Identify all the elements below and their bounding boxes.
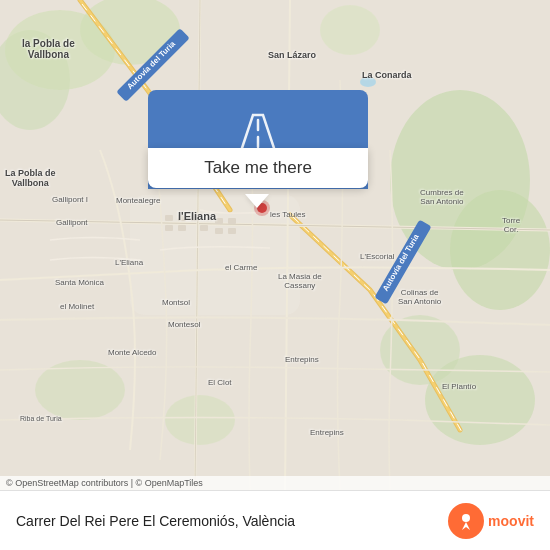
svg-rect-23 — [215, 218, 223, 224]
label-san-lazaro: San Lázaro — [268, 50, 316, 60]
label-el-carme: el Carme — [225, 263, 257, 272]
map-attribution: © OpenStreetMap contributors | © OpenMap… — [0, 476, 550, 490]
label-entrepins2: Entrepins — [310, 428, 344, 437]
take-me-there-button[interactable]: Take me there — [204, 158, 312, 178]
map-container: Autovía del Turia Autovía del Turia la P… — [0, 0, 550, 490]
road-network: Autovía del Turia Autovía del Turia — [0, 0, 550, 490]
label-la-masia: La Masia deCassany — [278, 272, 322, 290]
svg-rect-24 — [228, 218, 236, 224]
label-el-molinet: el Molinet — [60, 302, 94, 311]
svg-point-31 — [462, 514, 470, 522]
label-montesol: Montesol — [168, 320, 200, 329]
tooltip-pointer — [245, 194, 269, 208]
svg-rect-25 — [215, 228, 223, 234]
label-leliana: l'Eliana — [178, 210, 216, 222]
svg-rect-22 — [200, 225, 208, 231]
svg-rect-17 — [165, 215, 173, 221]
label-torre: TorreCor. — [502, 216, 520, 234]
label-montsol: Montsol — [162, 298, 190, 307]
bottom-bar: Carrer Del Rei Pere El Ceremoniós, Valèn… — [0, 490, 550, 550]
moovit-logo: moovit — [448, 503, 534, 539]
label-la-pobla-vallbona: la Pobla deVallbona — [22, 38, 75, 60]
label-gallipont: Gallipont — [56, 218, 88, 227]
label-santa-monica: Santa Mónica — [55, 278, 104, 287]
moovit-icon — [448, 503, 484, 539]
label-montealegre: Montealegre — [116, 196, 160, 205]
svg-point-2 — [450, 190, 550, 310]
label-riba-turia: Riba de Turia — [20, 415, 62, 422]
label-colinas: Colinas deSan Antonio — [398, 288, 441, 306]
label-lescorial: L'Escorial — [360, 252, 394, 261]
label-la-pobla-vallbona2: La Pobla deVallbona — [5, 168, 56, 188]
label-entrepins: Entrepins — [285, 355, 319, 364]
svg-rect-21 — [178, 225, 186, 231]
label-el-clot: El Clot — [208, 378, 232, 387]
address-text: Carrer Del Rei Pere El Ceremoniós, Valèn… — [16, 513, 438, 529]
label-monte-alcedo: Monte Alcedo — [108, 348, 156, 357]
label-gallipont-i: Gallipont I — [52, 195, 88, 204]
label-la-conarda: La Conarda — [362, 70, 412, 80]
svg-rect-26 — [228, 228, 236, 234]
svg-point-9 — [165, 395, 235, 445]
label-cumbres: Cumbres deSan Antonio — [420, 188, 464, 206]
label-el-plantio: El Plantío — [442, 382, 476, 391]
label-leliana2: L'Eliana — [115, 258, 143, 267]
svg-point-6 — [320, 5, 380, 55]
moovit-text: moovit — [488, 513, 534, 529]
tooltip-button-container: Take me there — [148, 148, 368, 188]
svg-rect-20 — [165, 225, 173, 231]
label-les-taules: les Taules — [270, 210, 305, 219]
